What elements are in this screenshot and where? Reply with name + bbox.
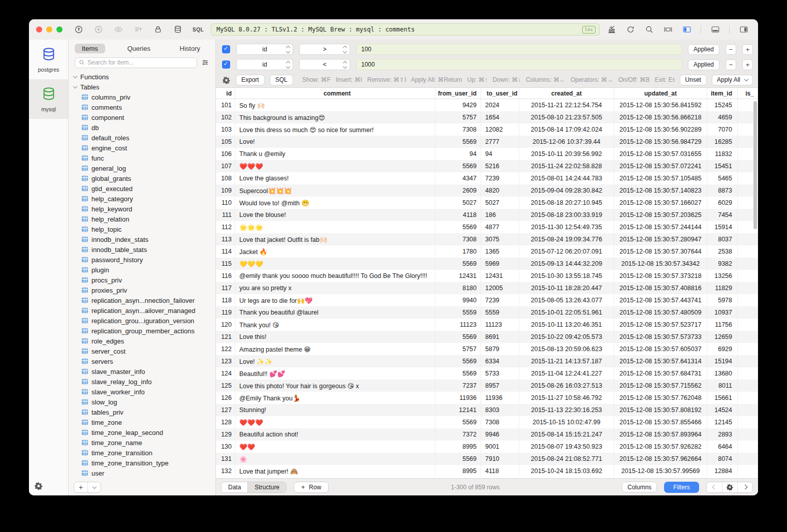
preview-eye-icon[interactable] [113, 25, 123, 35]
cell-comment[interactable]: @Emily Thank you💃 [235, 392, 435, 404]
cell-from_user_id[interactable]: 5569 [435, 258, 481, 270]
cell-item_id[interactable]: 8037 [707, 233, 738, 245]
cell-id[interactable]: 122 [216, 343, 235, 355]
cell-comment[interactable]: ❤️❤️❤️ [235, 160, 435, 172]
lock-icon[interactable] [153, 25, 163, 35]
database-icon[interactable] [173, 25, 182, 35]
cell-created_at[interactable]: 2015-08-14 15:15:21.247 [519, 428, 614, 441]
table-row[interactable]: 111Love the blouse!41181862015-08-18 23:… [216, 209, 758, 221]
cell-updated_at[interactable]: 2015-12-08 15:30:57.373218 [614, 270, 707, 282]
filter-column-select[interactable]: id [236, 59, 293, 70]
add-filter-button[interactable]: + [742, 59, 753, 70]
cell-updated_at[interactable]: 2015-12-08 15:30:57.808192 [614, 404, 707, 416]
sidebar-table-item[interactable]: replication_asyn...nnection_failover [69, 295, 215, 305]
cell-id[interactable]: 129 [216, 428, 235, 441]
filter-value-input[interactable]: 100 [356, 44, 682, 55]
cell-to_user_id[interactable]: 5559 [481, 306, 519, 319]
cell-from_user_id[interactable]: 5569 [435, 416, 481, 428]
cell-to_user_id[interactable]: 5969 [481, 258, 519, 270]
cell-comment[interactable]: Love that jacket! Outfit is fab🙌🏻 [235, 233, 435, 245]
toggle-left-panel-icon[interactable] [682, 25, 691, 35]
cell-created_at[interactable]: 2015-09-04 09:28:30.842 [519, 184, 614, 197]
cell-from_user_id[interactable]: 11123 [435, 319, 481, 331]
cell-updated_at[interactable]: 2015-12-08 15:30:57.140823 [614, 184, 707, 197]
cell-id[interactable]: 121 [216, 331, 235, 343]
cell-is_[interactable] [738, 343, 758, 355]
sidebar-table-item[interactable]: replication_group_member_actions [69, 326, 215, 336]
cell-updated_at[interactable]: 2015-12-08 15:30:57.641314 [614, 355, 707, 367]
cell-to_user_id[interactable]: 4118 [481, 465, 519, 477]
column-header-comment[interactable]: comment [235, 88, 435, 99]
cell-item_id[interactable]: 2893 [707, 428, 738, 441]
column-header-to-user-id[interactable]: to_user_id [481, 88, 519, 99]
cell-id[interactable]: 127 [216, 404, 235, 416]
cell-to_user_id[interactable]: 1654 [481, 111, 519, 123]
connection-postgres[interactable]: postgres [29, 40, 68, 79]
cell-created_at[interactable]: 2015-10-01 22:05:51.961 [519, 306, 614, 319]
next-page-button[interactable] [737, 482, 752, 492]
cell-created_at[interactable]: 2015-11-30 12:54:49.735 [519, 221, 614, 233]
cell-created_at[interactable]: 2015-08-13 20:59:06.623 [519, 343, 614, 355]
cell-updated_at[interactable]: 2015-12-08 15:30:56.841592 [614, 99, 707, 111]
cell-from_user_id[interactable]: 11936 [435, 392, 481, 404]
cell-updated_at[interactable]: 2015-12-08 15:30:57.34342 [614, 258, 707, 270]
connection-mysql[interactable]: mysql [29, 79, 68, 119]
sidebar-table-item[interactable]: slave_relay_log_info [69, 377, 215, 387]
cell-created_at[interactable]: 2015-08-01 14:24:44.783 [519, 172, 614, 184]
cell-is_[interactable] [738, 294, 758, 306]
cell-updated_at[interactable]: 2015-12-08 15:30:57.480509 [614, 306, 707, 319]
sidebar-table-item[interactable]: engine_cost [69, 143, 215, 153]
filter-settings-icon[interactable] [201, 58, 209, 67]
table-row[interactable]: 102This background is amazing😍5757165420… [216, 111, 758, 123]
cell-to_user_id[interactable]: 12431 [481, 270, 519, 282]
cell-item_id[interactable]: 15451 [707, 160, 738, 172]
sidebar-table-item[interactable]: proxies_priv [69, 285, 215, 295]
cell-id[interactable]: 118 [216, 294, 235, 306]
table-row[interactable]: 121Love this!556986912015-10-22 09:42:05… [216, 331, 758, 343]
cell-from_user_id[interactable]: 9429 [435, 99, 481, 111]
filter-applied-button[interactable]: Applied [688, 59, 719, 70]
cell-created_at[interactable]: 2015-10-11 20:39:56.992 [519, 148, 614, 160]
cell-id[interactable]: 117 [216, 282, 235, 294]
cell-updated_at[interactable]: 2015-12-08 15:30:57.166027 [614, 197, 707, 209]
table-row[interactable]: 112🌟🌟🌟556948772015-11-30 12:54:49.735201… [216, 221, 758, 233]
toggle-bottom-panel-icon[interactable] [710, 25, 720, 35]
cell-is_[interactable] [738, 306, 758, 319]
cell-comment[interactable]: Love the glasses! [235, 172, 435, 184]
search-icon[interactable] [644, 25, 654, 35]
cell-comment[interactable]: Love this dress so much 😍 so nice for su… [235, 123, 435, 136]
cell-updated_at[interactable]: 2015-12-08 15:30:57.523717 [614, 319, 707, 331]
cell-item_id[interactable]: 8873 [707, 184, 738, 197]
filter-gear-icon[interactable] [222, 76, 231, 84]
cell-id[interactable]: 119 [216, 306, 235, 319]
cell-item_id[interactable]: 16285 [707, 136, 738, 148]
filter-column-select[interactable]: id [236, 44, 293, 55]
sidebar-table-item[interactable]: help_keyword [69, 204, 215, 214]
sidebar-table-item[interactable]: server_cost [69, 346, 215, 356]
cell-to_user_id[interactable]: 12082 [481, 123, 519, 136]
cell-item_id[interactable]: 15194 [707, 355, 738, 367]
table-row[interactable]: 108Love the glasses!434772392015-08-01 1… [216, 172, 758, 184]
cell-updated_at[interactable]: 2015-12-08 15:30:56.902289 [614, 123, 707, 136]
cell-id[interactable]: 101 [216, 99, 235, 111]
cell-comment[interactable]: ❤️❤️ [235, 441, 435, 453]
table-row[interactable]: 119Thank you beautiful @laurel5559555920… [216, 306, 758, 319]
table-row[interactable]: 118Ur legs are to die for🙌💖994072392015-… [216, 294, 758, 306]
cell-from_user_id[interactable]: 7308 [435, 123, 481, 136]
sidebar-table-item[interactable]: role_edges [69, 336, 215, 346]
cell-created_at[interactable]: 2015-08-10 21:23:57.505 [519, 111, 614, 123]
cell-to_user_id[interactable]: 2777 [481, 136, 519, 148]
cell-from_user_id[interactable]: 7308 [435, 233, 481, 245]
cell-to_user_id[interactable]: 9001 [481, 441, 519, 453]
cell-from_user_id[interactable]: 8995 [435, 465, 481, 477]
export-button[interactable]: Export [236, 75, 265, 85]
column-header-from-user-id[interactable]: from_user_id [435, 88, 481, 99]
toggle-right-panel-icon[interactable] [739, 25, 748, 35]
sql-button[interactable]: SQL [270, 75, 293, 85]
cell-to_user_id[interactable]: 9946 [481, 428, 519, 441]
sidebar-table-item[interactable]: db [69, 122, 215, 133]
sidebar-table-item[interactable]: gtid_executed [69, 183, 215, 194]
table-row[interactable]: 107❤️❤️❤️556952162015-11-24 22:02:58.828… [216, 160, 758, 172]
commit-changes-icon[interactable] [133, 25, 143, 35]
table-row[interactable]: 129Beautiful action shot!737299462015-08… [216, 428, 758, 441]
